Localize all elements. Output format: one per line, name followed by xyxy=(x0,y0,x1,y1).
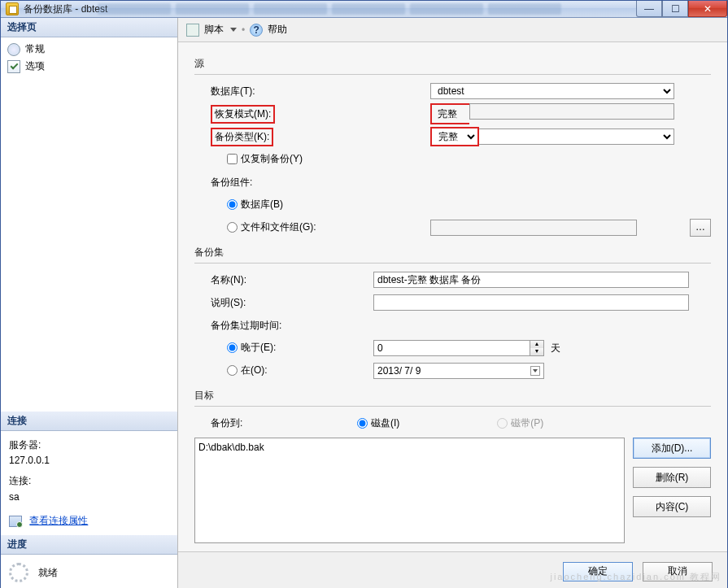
group-destination-title: 目标 xyxy=(194,389,711,403)
component-files-label: 文件和文件组(G): xyxy=(241,220,316,234)
calendar-dropdown-icon[interactable] xyxy=(530,366,540,376)
expire-after-radio[interactable]: 晚于(E): xyxy=(227,341,276,355)
expire-after-unit: 天 xyxy=(551,342,560,355)
group-source-title: 源 xyxy=(194,57,711,71)
component-database-radio[interactable]: 数据库(B) xyxy=(227,198,283,211)
filegroups-field xyxy=(430,220,637,236)
destination-listbox[interactable]: D:\dbak\db.bak xyxy=(194,438,625,543)
window-minimize-button[interactable]: — xyxy=(636,1,662,17)
window-titlebar: 备份数据库 - dbtest — ☐ ✕ xyxy=(1,1,727,18)
remove-destination-button[interactable]: 删除(R) xyxy=(633,467,711,488)
nav-item-label: 常规 xyxy=(25,42,45,56)
database-select[interactable]: dbtest xyxy=(430,83,674,99)
recovery-model-field-rest xyxy=(469,103,674,120)
contents-button[interactable]: 内容(C) xyxy=(633,496,711,517)
help-icon: ? xyxy=(250,24,263,37)
copy-only-checkbox[interactable]: 仅复制备份(Y) xyxy=(227,152,303,166)
gear-icon xyxy=(7,43,20,56)
connection-value: sa xyxy=(9,490,169,505)
nav-item-general[interactable]: 常规 xyxy=(1,41,177,58)
app-icon xyxy=(6,2,19,15)
name-input[interactable] xyxy=(373,272,689,288)
divider xyxy=(194,263,711,264)
connection-header: 连接 xyxy=(1,412,177,431)
help-button[interactable]: 帮助 xyxy=(268,23,287,37)
window-maximize-button[interactable]: ☐ xyxy=(662,1,688,17)
server-label: 服务器: xyxy=(9,438,169,453)
expire-on-radio[interactable]: 在(O): xyxy=(227,364,268,377)
dest-disk-label: 磁盘(I) xyxy=(371,416,399,430)
spinner-buttons[interactable]: ▲▼ xyxy=(530,340,544,356)
backup-to-label: 备份到: xyxy=(194,416,357,430)
copy-only-label: 仅复制备份(Y) xyxy=(241,152,303,166)
expire-on-value: 2013/ 7/ 9 xyxy=(377,365,421,377)
script-icon xyxy=(186,24,199,37)
background-blur xyxy=(98,3,561,20)
view-connection-properties-link[interactable]: 查看连接属性 xyxy=(29,515,88,526)
recovery-model-value xyxy=(434,106,467,122)
ok-button[interactable]: 确定 xyxy=(563,562,633,581)
component-files-radio[interactable]: 文件和文件组(G): xyxy=(227,220,316,234)
expire-on-datepicker[interactable]: 2013/ 7/ 9 xyxy=(373,363,544,379)
select-page-header: 选择页 xyxy=(1,18,177,37)
expire-on-label: 在(O): xyxy=(241,364,268,377)
dest-tape-label: 磁带(P) xyxy=(511,416,543,430)
dest-disk-radio[interactable]: 磁盘(I) xyxy=(357,416,399,430)
divider xyxy=(194,406,711,407)
description-input[interactable] xyxy=(373,294,689,311)
backup-type-label: 备份类型(K): xyxy=(211,128,273,146)
window-close-button[interactable]: ✕ xyxy=(688,1,727,17)
nav-item-label: 选项 xyxy=(25,59,45,73)
script-dropdown[interactable]: 脚本 xyxy=(204,23,224,37)
progress-header: 进度 xyxy=(1,535,177,555)
divider xyxy=(194,74,711,75)
name-label: 名称(N): xyxy=(194,273,373,287)
nav-item-options[interactable]: 选项 xyxy=(1,58,177,75)
group-backupset-title: 备份集 xyxy=(194,246,711,259)
backup-component-label: 备份组件: xyxy=(194,176,430,189)
expire-after-label: 晚于(E): xyxy=(241,341,276,355)
connection-properties-icon xyxy=(9,516,22,527)
recovery-model-label: 恢复模式(M): xyxy=(211,105,275,124)
chevron-down-icon[interactable] xyxy=(230,28,237,32)
backup-type-select-highlight[interactable]: 完整 xyxy=(432,128,477,145)
destination-path[interactable]: D:\dbak\db.bak xyxy=(198,442,621,453)
add-destination-button[interactable]: 添加(D)... xyxy=(633,438,711,459)
progress-status: 就绪 xyxy=(38,566,58,580)
component-database-label: 数据库(B) xyxy=(241,198,283,211)
cancel-button[interactable]: 取消 xyxy=(643,562,713,581)
options-icon xyxy=(7,60,20,73)
progress-spinner-icon xyxy=(9,563,28,582)
server-value: 127.0.0.1 xyxy=(9,453,169,468)
dest-tape-radio: 磁带(P) xyxy=(497,416,543,430)
window-title: 备份数据库 - dbtest xyxy=(24,2,107,16)
description-label: 说明(S): xyxy=(194,296,373,310)
backup-type-select[interactable] xyxy=(479,128,674,145)
expire-label: 备份集过期时间: xyxy=(194,319,430,333)
connection-label: 连接: xyxy=(9,473,169,489)
filegroups-browse-button[interactable]: … xyxy=(690,219,711,237)
database-label: 数据库(T): xyxy=(194,85,430,98)
expire-after-value[interactable] xyxy=(373,340,530,356)
